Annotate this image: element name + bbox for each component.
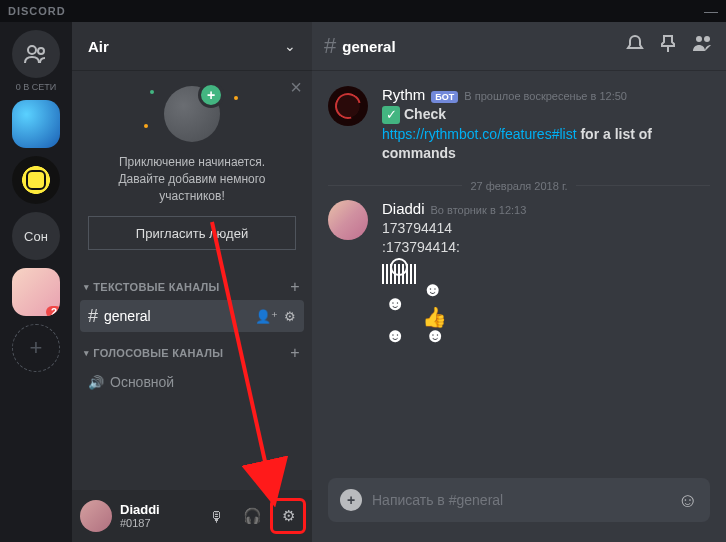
voice-channels-category[interactable]: ▾ ГОЛОСОВЫЕ КАНАЛЫ + [80, 332, 304, 366]
message-avatar[interactable] [328, 86, 368, 126]
channel-list: ▾ ТЕКСТОВЫЕ КАНАЛЫ + # general 👤⁺ ⚙ ▾ ГО… [72, 266, 312, 490]
message-timestamp: Во вторник в 12:13 [431, 204, 527, 216]
bot-tag: БОТ [431, 91, 458, 103]
friends-button[interactable] [12, 30, 60, 78]
pinned-icon[interactable] [660, 34, 676, 59]
deafen-icon[interactable]: 🎧 [236, 500, 268, 532]
channel-title: # general [324, 33, 396, 59]
svg-point-2 [696, 36, 702, 42]
channel-sidebar: Air ⌄ × Приключение начинается. Давайте … [72, 22, 312, 542]
server-name: Air [88, 38, 284, 55]
smile-emoji-icon: ☻ [382, 290, 408, 316]
people-icon [23, 44, 49, 64]
message-avatar[interactable] [328, 200, 368, 240]
message-content: ✓Check https://rythmbot.co/features#list… [382, 105, 710, 164]
speaker-icon: 🔊 [88, 375, 104, 390]
user-info: Diaddi #0187 [120, 503, 192, 529]
server-header[interactable]: Air ⌄ [72, 22, 312, 70]
invite-text: Приключение начинается. Давайте добавим … [118, 154, 265, 204]
add-channel-icon[interactable]: + [290, 278, 300, 296]
server-rail: 0 В СЕТИ Сон 2 + [0, 22, 72, 542]
cool-emoji-icon: ☻ [422, 322, 448, 348]
add-server-button[interactable]: + [12, 324, 60, 372]
text-channels-category[interactable]: ▾ ТЕКСТОВЫЕ КАНАЛЫ + [80, 266, 304, 300]
titlebar: DISCORD — [0, 0, 726, 22]
message-timestamp: В прошлое воскресенье в 12:50 [464, 90, 627, 102]
svg-point-3 [704, 36, 710, 42]
window-minimize-icon[interactable]: — [704, 3, 718, 19]
mute-mic-icon[interactable]: 🎙 [200, 500, 232, 532]
hash-icon: # [88, 306, 98, 327]
message-input[interactable] [372, 492, 668, 508]
notifications-icon[interactable] [626, 34, 644, 59]
create-invite-icon[interactable]: 👤⁺ [255, 309, 278, 324]
server-item-1[interactable] [12, 100, 60, 148]
message-author[interactable]: Diaddi [382, 200, 425, 217]
grin-emoji-icon: ☻ [382, 322, 408, 348]
message-content: 173794414 :173794414: ☻ ☻👍 ☻ ☻ [382, 219, 710, 348]
add-channel-icon[interactable]: + [290, 344, 300, 362]
invite-card: × Приключение начинается. Давайте добави… [72, 70, 312, 266]
message-link[interactable]: https://rythmbot.co/features#list [382, 126, 577, 142]
server-item-4[interactable]: 2 [12, 268, 60, 316]
custom-emoji-icon [382, 264, 416, 284]
server-item-2[interactable] [12, 156, 60, 204]
channel-settings-icon[interactable]: ⚙ [284, 309, 296, 324]
user-avatar[interactable] [80, 500, 112, 532]
message: Diaddi Во вторник в 12:13 173794414 :173… [328, 200, 710, 348]
online-count-label: 0 В СЕТИ [16, 82, 56, 92]
invite-avatar-icon [164, 86, 220, 142]
chevron-down-icon: ▾ [84, 348, 89, 358]
message: Rythm БОТ В прошлое воскресенье в 12:50 … [328, 86, 710, 164]
check-emoji-icon: ✓ [382, 106, 400, 124]
emoji-picker-icon[interactable]: ☺ [678, 489, 698, 512]
notification-badge: 2 [46, 306, 60, 316]
member-list-icon[interactable] [692, 34, 714, 59]
chevron-down-icon: ⌄ [284, 38, 296, 54]
chat-header: # general [312, 22, 726, 70]
hash-icon: # [324, 33, 336, 59]
server-item-3[interactable]: Сон [12, 212, 60, 260]
app-logo: DISCORD [8, 5, 66, 17]
invite-people-button[interactable]: Пригласить людей [88, 216, 296, 250]
channel-general[interactable]: # general 👤⁺ ⚙ [80, 300, 304, 332]
close-icon[interactable]: × [290, 76, 302, 99]
chat-area: # general [312, 22, 726, 542]
user-settings-icon[interactable]: ⚙ [272, 500, 304, 532]
user-footer: Diaddi #0187 🎙 🎧 ⚙ [72, 490, 312, 542]
voice-channel-main[interactable]: 🔊 Основной [80, 366, 304, 398]
thumbs-up-emoji-icon: ☻👍 [422, 290, 448, 316]
svg-point-1 [38, 48, 44, 54]
svg-point-0 [28, 46, 36, 54]
date-divider: 27 февраля 2018 г. [328, 180, 710, 192]
chevron-down-icon: ▾ [84, 282, 89, 292]
message-list[interactable]: Rythm БОТ В прошлое воскресенье в 12:50 … [312, 70, 726, 478]
message-compose: + ☺ [328, 478, 710, 522]
message-author[interactable]: Rythm [382, 86, 425, 103]
attach-icon[interactable]: + [340, 489, 362, 511]
